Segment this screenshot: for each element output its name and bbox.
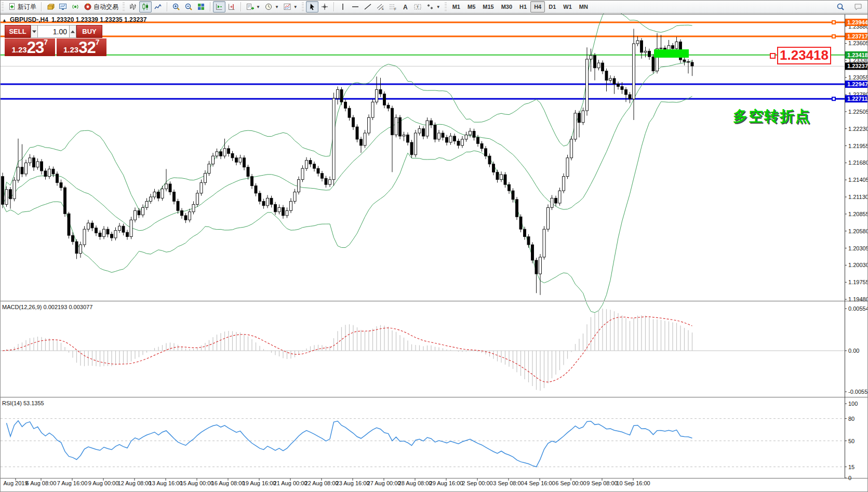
candlestick-mode-button[interactable] — [139, 1, 152, 12]
channel-button[interactable]: E — [374, 1, 386, 12]
auto-trading-button[interactable]: 自动交易 — [82, 1, 121, 12]
chevron-down-icon[interactable]: ▼ — [256, 5, 260, 9]
bear-candle — [220, 152, 222, 156]
robot-icon — [84, 3, 92, 11]
bull-candle — [551, 198, 553, 207]
price-badge-label: 1.23418 — [847, 52, 868, 58]
new-order-button[interactable]: 新订单 — [6, 1, 38, 12]
zoom-in-button[interactable] — [170, 1, 182, 12]
timeframe-m5-button[interactable]: M5 — [464, 1, 479, 12]
annotation-text[interactable]: 多空转折点 — [733, 107, 811, 126]
horizontal-line-button[interactable] — [349, 1, 362, 12]
text-button[interactable]: A — [399, 1, 411, 12]
templates-button[interactable]: ▼ — [281, 1, 300, 12]
label-button[interactable]: T — [411, 1, 424, 12]
trendline-button[interactable] — [362, 1, 374, 12]
bear-candle — [617, 84, 620, 87]
bear-candle — [485, 149, 487, 156]
indicators-button[interactable]: ▼ — [244, 1, 262, 12]
toolbar-grip[interactable] — [302, 3, 304, 11]
chart-area[interactable]: 1.238801.236051.233301.230551.227801.225… — [1, 13, 868, 492]
volume-decrease-button[interactable] — [31, 25, 38, 38]
bear-candle — [21, 167, 23, 174]
bull-candle — [142, 207, 144, 215]
market-window-button[interactable] — [57, 1, 69, 12]
bear-candle — [473, 131, 475, 137]
bear-candle — [457, 141, 460, 145]
buy-button[interactable]: BUY — [76, 25, 102, 38]
price-chart[interactable]: 1.238801.236051.233301.230551.227801.225… — [1, 13, 868, 492]
price-tick-label: 1.20580 — [848, 228, 868, 234]
date-tick-label: 21 Aug 00:00 — [274, 480, 308, 486]
chat-icon[interactable] — [852, 1, 864, 12]
volume-increase-button[interactable] — [69, 25, 76, 38]
line-anchor-marker[interactable] — [832, 21, 835, 24]
highlight-box[interactable] — [654, 49, 689, 58]
one-click-trading-panel: SELL BUY 1.23 23 7 1.23 32 7 — [5, 25, 106, 56]
bar-chart-mode-button[interactable] — [127, 1, 139, 12]
chevron-down-icon[interactable]: ▼ — [436, 5, 440, 9]
search-icon[interactable] — [834, 1, 847, 12]
callout-anchor-marker[interactable] — [770, 53, 776, 59]
volume-input[interactable] — [38, 25, 69, 38]
bear-candle — [122, 226, 125, 232]
date-tick-label: 16 Aug 08:00 — [211, 480, 245, 486]
date-axis[interactable]: Aug 20196 Aug 08:007 Aug 16:009 Aug 00:0… — [3, 478, 650, 486]
fibonacci-button[interactable]: F — [386, 1, 399, 12]
line-anchor-marker[interactable] — [832, 97, 835, 100]
timeframe-d1-button[interactable]: D1 — [545, 1, 559, 12]
timeframe-w1-button[interactable]: W1 — [559, 1, 576, 12]
price-callout[interactable]: 1.23418 — [777, 47, 831, 64]
timeframe-h1-button[interactable]: H1 — [516, 1, 530, 12]
bull-candle — [500, 175, 503, 180]
sell-button[interactable]: SELL — [5, 25, 31, 38]
bear-candle — [387, 105, 390, 108]
toolbar-grip[interactable] — [2, 3, 4, 11]
auto-scroll-button[interactable] — [213, 1, 225, 12]
chart-expander-icon[interactable]: ▲ — [2, 18, 7, 23]
timeframe-m15-button[interactable]: M15 — [479, 1, 497, 12]
shapes-icon — [426, 3, 434, 11]
toolbar-grip[interactable] — [445, 3, 447, 11]
chevron-down-icon[interactable]: ▼ — [275, 5, 279, 9]
bull-candle — [305, 161, 308, 169]
shapes-button[interactable]: ▼ — [424, 1, 443, 12]
bear-candle — [106, 229, 109, 234]
bear-candle — [356, 127, 358, 139]
cursor-button[interactable] — [306, 1, 318, 12]
bear-candle — [64, 188, 66, 214]
buy-price[interactable]: 1.23 32 7 — [57, 38, 107, 56]
price-badge-label: 1.22947 — [847, 81, 868, 87]
timeframe-h4-button[interactable]: H4 — [530, 1, 545, 12]
vertical-line-button[interactable] — [337, 1, 349, 12]
price-axis[interactable]: 1.238801.236051.233301.230551.227801.225… — [845, 19, 868, 302]
chart-line-icon — [154, 3, 162, 11]
bull-candle — [376, 89, 378, 102]
crosshair-button[interactable] — [318, 1, 331, 12]
zoom-out-button[interactable] — [182, 1, 195, 12]
line-anchor-marker[interactable] — [832, 35, 835, 38]
bear-candle — [270, 198, 273, 204]
rsi-panel — [1, 419, 845, 467]
line-chart-mode-button[interactable] — [152, 1, 164, 12]
template-icon — [283, 3, 291, 11]
bull-candle — [150, 197, 152, 201]
timeframe-mn-button[interactable]: MN — [576, 1, 592, 12]
sell-price[interactable]: 1.23 23 7 — [5, 38, 55, 56]
tile-windows-button[interactable] — [195, 1, 207, 12]
date-tick-label: 10 Sep 16:00 — [616, 480, 650, 486]
timeframe-m1-button[interactable]: M1 — [449, 1, 464, 12]
bull-candle — [200, 183, 203, 193]
date-tick-label: 6 Sep 00:00 — [555, 480, 586, 486]
bull-candle — [590, 56, 592, 59]
bull-candle — [461, 139, 464, 145]
timeframe-m30-button[interactable]: M30 — [498, 1, 516, 12]
styler-button[interactable] — [44, 1, 57, 12]
chevron-down-icon[interactable]: ▼ — [293, 5, 298, 9]
price-badge-label: 1.22711 — [847, 96, 867, 102]
toolbar-grip[interactable] — [123, 3, 125, 11]
periods-button[interactable]: ▼ — [262, 1, 281, 12]
chart-shift-button[interactable] — [225, 1, 238, 12]
macd-axis-label: -0.005583 — [848, 389, 868, 395]
signals-button[interactable] — [69, 1, 82, 12]
